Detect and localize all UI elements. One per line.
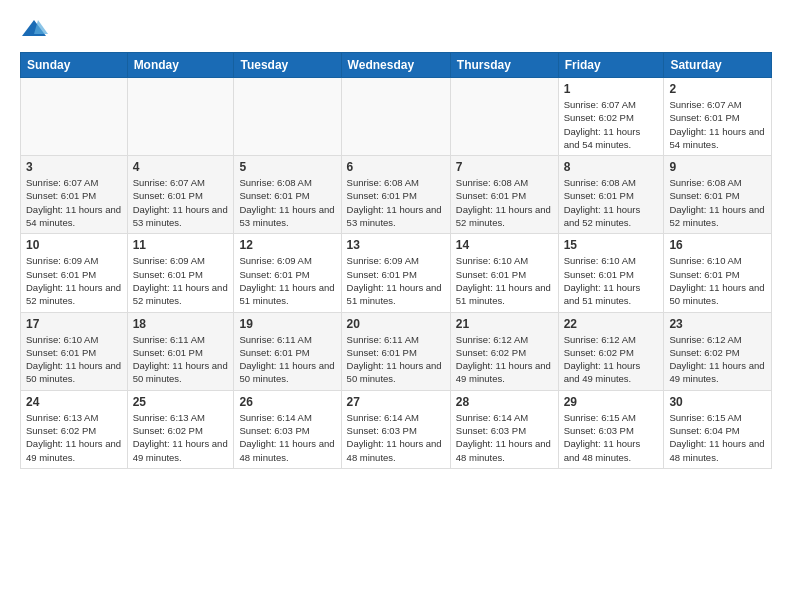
day-number: 25 [133, 395, 229, 409]
header [20, 16, 772, 44]
day-number: 14 [456, 238, 553, 252]
day-info: Sunrise: 6:07 AM Sunset: 6:01 PM Dayligh… [669, 98, 766, 151]
day-number: 23 [669, 317, 766, 331]
day-number: 8 [564, 160, 659, 174]
day-cell: 24Sunrise: 6:13 AM Sunset: 6:02 PM Dayli… [21, 390, 128, 468]
day-cell: 17Sunrise: 6:10 AM Sunset: 6:01 PM Dayli… [21, 312, 128, 390]
day-number: 1 [564, 82, 659, 96]
day-cell: 12Sunrise: 6:09 AM Sunset: 6:01 PM Dayli… [234, 234, 341, 312]
day-number: 19 [239, 317, 335, 331]
day-number: 26 [239, 395, 335, 409]
day-cell: 21Sunrise: 6:12 AM Sunset: 6:02 PM Dayli… [450, 312, 558, 390]
day-number: 21 [456, 317, 553, 331]
day-info: Sunrise: 6:13 AM Sunset: 6:02 PM Dayligh… [133, 411, 229, 464]
day-info: Sunrise: 6:14 AM Sunset: 6:03 PM Dayligh… [347, 411, 445, 464]
day-cell: 8Sunrise: 6:08 AM Sunset: 6:01 PM Daylig… [558, 156, 664, 234]
day-info: Sunrise: 6:14 AM Sunset: 6:03 PM Dayligh… [239, 411, 335, 464]
day-cell: 26Sunrise: 6:14 AM Sunset: 6:03 PM Dayli… [234, 390, 341, 468]
day-cell: 1Sunrise: 6:07 AM Sunset: 6:02 PM Daylig… [558, 78, 664, 156]
day-number: 17 [26, 317, 122, 331]
day-info: Sunrise: 6:10 AM Sunset: 6:01 PM Dayligh… [564, 254, 659, 307]
day-cell [234, 78, 341, 156]
day-cell [450, 78, 558, 156]
day-cell: 13Sunrise: 6:09 AM Sunset: 6:01 PM Dayli… [341, 234, 450, 312]
day-cell: 22Sunrise: 6:12 AM Sunset: 6:02 PM Dayli… [558, 312, 664, 390]
day-info: Sunrise: 6:07 AM Sunset: 6:01 PM Dayligh… [26, 176, 122, 229]
day-info: Sunrise: 6:12 AM Sunset: 6:02 PM Dayligh… [564, 333, 659, 386]
day-info: Sunrise: 6:07 AM Sunset: 6:02 PM Dayligh… [564, 98, 659, 151]
day-cell: 10Sunrise: 6:09 AM Sunset: 6:01 PM Dayli… [21, 234, 128, 312]
day-cell: 15Sunrise: 6:10 AM Sunset: 6:01 PM Dayli… [558, 234, 664, 312]
day-number: 30 [669, 395, 766, 409]
weekday-header-saturday: Saturday [664, 53, 772, 78]
logo-icon [20, 16, 48, 44]
day-info: Sunrise: 6:11 AM Sunset: 6:01 PM Dayligh… [239, 333, 335, 386]
day-cell: 9Sunrise: 6:08 AM Sunset: 6:01 PM Daylig… [664, 156, 772, 234]
calendar-table: SundayMondayTuesdayWednesdayThursdayFrid… [20, 52, 772, 469]
day-info: Sunrise: 6:08 AM Sunset: 6:01 PM Dayligh… [669, 176, 766, 229]
day-number: 29 [564, 395, 659, 409]
day-cell: 4Sunrise: 6:07 AM Sunset: 6:01 PM Daylig… [127, 156, 234, 234]
day-cell: 11Sunrise: 6:09 AM Sunset: 6:01 PM Dayli… [127, 234, 234, 312]
day-number: 7 [456, 160, 553, 174]
day-number: 4 [133, 160, 229, 174]
day-info: Sunrise: 6:12 AM Sunset: 6:02 PM Dayligh… [456, 333, 553, 386]
day-cell [21, 78, 128, 156]
day-info: Sunrise: 6:15 AM Sunset: 6:04 PM Dayligh… [669, 411, 766, 464]
weekday-header-monday: Monday [127, 53, 234, 78]
day-cell: 29Sunrise: 6:15 AM Sunset: 6:03 PM Dayli… [558, 390, 664, 468]
day-info: Sunrise: 6:15 AM Sunset: 6:03 PM Dayligh… [564, 411, 659, 464]
day-info: Sunrise: 6:08 AM Sunset: 6:01 PM Dayligh… [456, 176, 553, 229]
day-number: 13 [347, 238, 445, 252]
page: SundayMondayTuesdayWednesdayThursdayFrid… [0, 0, 792, 479]
day-number: 5 [239, 160, 335, 174]
day-info: Sunrise: 6:13 AM Sunset: 6:02 PM Dayligh… [26, 411, 122, 464]
weekday-header-sunday: Sunday [21, 53, 128, 78]
day-info: Sunrise: 6:08 AM Sunset: 6:01 PM Dayligh… [347, 176, 445, 229]
day-cell: 19Sunrise: 6:11 AM Sunset: 6:01 PM Dayli… [234, 312, 341, 390]
weekday-header-tuesday: Tuesday [234, 53, 341, 78]
day-number: 16 [669, 238, 766, 252]
weekday-header-friday: Friday [558, 53, 664, 78]
day-number: 20 [347, 317, 445, 331]
day-info: Sunrise: 6:14 AM Sunset: 6:03 PM Dayligh… [456, 411, 553, 464]
day-cell: 20Sunrise: 6:11 AM Sunset: 6:01 PM Dayli… [341, 312, 450, 390]
day-number: 24 [26, 395, 122, 409]
day-cell: 28Sunrise: 6:14 AM Sunset: 6:03 PM Dayli… [450, 390, 558, 468]
day-info: Sunrise: 6:10 AM Sunset: 6:01 PM Dayligh… [456, 254, 553, 307]
day-cell: 7Sunrise: 6:08 AM Sunset: 6:01 PM Daylig… [450, 156, 558, 234]
day-cell [127, 78, 234, 156]
day-info: Sunrise: 6:09 AM Sunset: 6:01 PM Dayligh… [26, 254, 122, 307]
day-number: 18 [133, 317, 229, 331]
day-number: 28 [456, 395, 553, 409]
week-row-5: 24Sunrise: 6:13 AM Sunset: 6:02 PM Dayli… [21, 390, 772, 468]
day-info: Sunrise: 6:11 AM Sunset: 6:01 PM Dayligh… [133, 333, 229, 386]
weekday-header-wednesday: Wednesday [341, 53, 450, 78]
day-info: Sunrise: 6:12 AM Sunset: 6:02 PM Dayligh… [669, 333, 766, 386]
day-cell: 2Sunrise: 6:07 AM Sunset: 6:01 PM Daylig… [664, 78, 772, 156]
day-info: Sunrise: 6:07 AM Sunset: 6:01 PM Dayligh… [133, 176, 229, 229]
day-info: Sunrise: 6:10 AM Sunset: 6:01 PM Dayligh… [26, 333, 122, 386]
logo [20, 16, 52, 44]
day-number: 22 [564, 317, 659, 331]
week-row-2: 3Sunrise: 6:07 AM Sunset: 6:01 PM Daylig… [21, 156, 772, 234]
day-info: Sunrise: 6:08 AM Sunset: 6:01 PM Dayligh… [239, 176, 335, 229]
day-number: 11 [133, 238, 229, 252]
day-cell: 6Sunrise: 6:08 AM Sunset: 6:01 PM Daylig… [341, 156, 450, 234]
day-info: Sunrise: 6:09 AM Sunset: 6:01 PM Dayligh… [133, 254, 229, 307]
day-cell: 25Sunrise: 6:13 AM Sunset: 6:02 PM Dayli… [127, 390, 234, 468]
day-info: Sunrise: 6:11 AM Sunset: 6:01 PM Dayligh… [347, 333, 445, 386]
day-number: 15 [564, 238, 659, 252]
week-row-4: 17Sunrise: 6:10 AM Sunset: 6:01 PM Dayli… [21, 312, 772, 390]
week-row-1: 1Sunrise: 6:07 AM Sunset: 6:02 PM Daylig… [21, 78, 772, 156]
day-cell: 30Sunrise: 6:15 AM Sunset: 6:04 PM Dayli… [664, 390, 772, 468]
day-cell: 14Sunrise: 6:10 AM Sunset: 6:01 PM Dayli… [450, 234, 558, 312]
day-cell: 16Sunrise: 6:10 AM Sunset: 6:01 PM Dayli… [664, 234, 772, 312]
day-number: 3 [26, 160, 122, 174]
day-cell: 5Sunrise: 6:08 AM Sunset: 6:01 PM Daylig… [234, 156, 341, 234]
week-row-3: 10Sunrise: 6:09 AM Sunset: 6:01 PM Dayli… [21, 234, 772, 312]
day-info: Sunrise: 6:09 AM Sunset: 6:01 PM Dayligh… [347, 254, 445, 307]
day-info: Sunrise: 6:10 AM Sunset: 6:01 PM Dayligh… [669, 254, 766, 307]
day-info: Sunrise: 6:09 AM Sunset: 6:01 PM Dayligh… [239, 254, 335, 307]
day-number: 12 [239, 238, 335, 252]
